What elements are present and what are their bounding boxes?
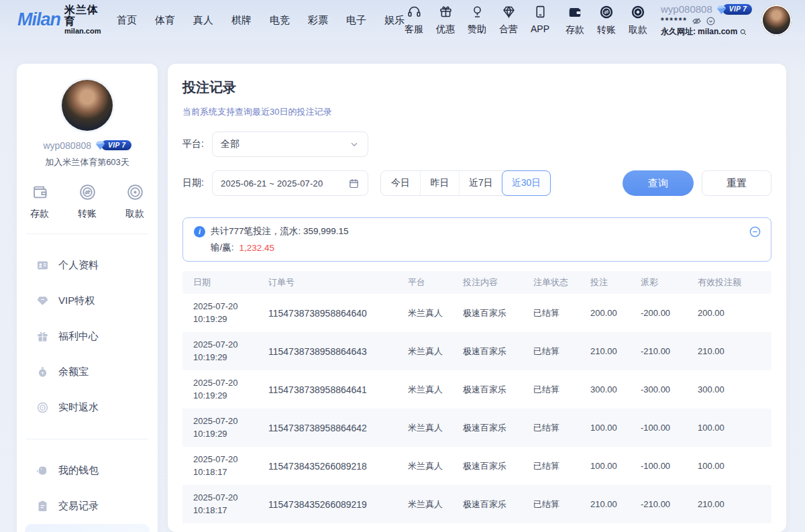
cell-content: 极速百家乐 [463, 307, 533, 319]
cell-platform: 米兰真人 [408, 422, 463, 434]
eye-off-icon[interactable] [692, 16, 702, 26]
cell-platform: 米兰真人 [408, 460, 463, 472]
sidebar-item-rebate[interactable]: 实时返水 [25, 390, 150, 425]
table-row[interactable]: 2025-07-2010:19:29 1154738738958864641 米… [182, 370, 771, 409]
profile-avatar[interactable] [62, 80, 113, 131]
cell-status: 已结算 [533, 345, 590, 358]
header-avatar[interactable] [761, 5, 792, 36]
sidebar-vip-badge[interactable]: VIP 7 [95, 140, 131, 151]
nav-item-live[interactable]: 真人 [193, 14, 213, 27]
sidebar-withdraw-button[interactable]: 取款 [125, 183, 144, 220]
rebate-circle-icon [36, 401, 49, 414]
sidebar-item-welfare[interactable]: 福利中心 [25, 319, 150, 354]
sidebar-transfer-button[interactable]: 转账 [78, 183, 97, 220]
brand-logo[interactable]: Milan 米兰体育 milan.com [17, 5, 107, 35]
sidebar-item-profile[interactable]: 个人资料 [25, 248, 150, 283]
winloss-label: 输/赢: [211, 242, 234, 254]
table-row[interactable]: 2025-07-2010:19:29 1154738738958864640 米… [182, 294, 771, 332]
promotions-button[interactable]: 优惠 [436, 5, 455, 36]
cell-status: 已结算 [533, 498, 590, 511]
customer-service-button[interactable]: 客服 [405, 5, 423, 36]
cell-date: 2025-07-20 [193, 377, 263, 390]
cell-order: 1154738738958864642 [268, 423, 408, 433]
divider [26, 233, 148, 234]
cell-time: 10:18:17 [193, 504, 263, 517]
range-today-button[interactable]: 今日 [381, 171, 420, 195]
vip-diamond-icon [716, 4, 727, 15]
withdraw-button[interactable]: 取款 [629, 5, 647, 36]
wallet-actions: 存款 转账 取款 [566, 5, 647, 36]
sidebar-item-transactions-label: 交易记录 [58, 500, 99, 513]
col-bet: 投注 [590, 276, 641, 288]
cell-time: 10:19:29 [193, 390, 263, 403]
platform-select[interactable]: 全部 [212, 131, 368, 157]
nav-item-entertainment[interactable]: 娱乐 [384, 14, 405, 27]
search-icon[interactable] [739, 28, 747, 36]
sponsor-button[interactable]: 赞助 [468, 5, 486, 36]
piggy-wallet-icon [36, 464, 49, 477]
cell-time: 10:19:29 [193, 428, 263, 441]
transfer-button[interactable]: 转账 [597, 5, 616, 36]
cell-order: 1154738738958864640 [268, 308, 408, 319]
sidebar-deposit-button[interactable]: 存款 [30, 183, 49, 220]
deposit-label: 存款 [566, 24, 584, 36]
cell-payout: -200.00 [641, 308, 698, 318]
id-card-icon [36, 259, 49, 272]
nav-item-sports[interactable]: 体育 [155, 14, 175, 27]
cell-date: 2025-07-20 [193, 415, 263, 428]
platform-label: 平台: [182, 138, 212, 150]
table-header-row: 日期 订单号 平台 投注内容 注单状态 投注 派彩 有效投注额 [182, 271, 771, 294]
app-download-button[interactable]: APP [531, 5, 549, 36]
date-range-input[interactable]: 2025-06-21 ~ 2025-07-20 [212, 170, 368, 196]
quick-range-group: 今日 昨日 近7日 近30日 [380, 170, 551, 196]
cell-bet: 100.00 [590, 461, 641, 471]
reset-button[interactable]: 重置 [702, 170, 771, 196]
search-button[interactable]: 查询 [623, 170, 694, 196]
join-days-text: 加入米兰体育第603天 [17, 156, 158, 168]
table-row[interactable]: 2025-07-2010:19:29 1154738738958864643 米… [182, 332, 771, 370]
partnership-label: 合营 [499, 23, 518, 36]
withdraw-outline-icon [126, 183, 144, 204]
sidebar-username: wyp080808 [43, 140, 91, 151]
nav-item-home[interactable]: 首页 [117, 14, 137, 27]
withdraw-circle-icon [631, 5, 645, 22]
cell-payout: -100.00 [641, 423, 698, 433]
range-30days-button[interactable]: 近30日 [502, 170, 551, 196]
refresh-balance-icon[interactable] [706, 16, 716, 26]
sidebar-item-bet-records[interactable]: 投注记录 [25, 524, 150, 532]
range-yesterday-button[interactable]: 昨日 [420, 171, 459, 195]
nav-item-esports[interactable]: 电竞 [270, 14, 290, 27]
main-nav: 首页 体育 真人 棋牌 电竞 彩票 电子 娱乐 [117, 14, 405, 27]
money-bag-icon [36, 366, 49, 378]
cell-content: 极速百家乐 [463, 384, 533, 396]
table-row[interactable]: 2025-07-2010:18:17 1154738435266089219 米… [182, 485, 771, 523]
cell-order: 1154738738958864643 [268, 346, 408, 357]
nav-item-chess[interactable]: 棋牌 [231, 14, 252, 27]
cell-bet: 210.00 [590, 499, 641, 509]
cell-content: 极速百家乐 [463, 345, 533, 358]
transfer-label: 转账 [597, 24, 616, 36]
nav-item-lottery[interactable]: 彩票 [308, 14, 328, 27]
range-7days-button[interactable]: 近7日 [459, 171, 502, 195]
cell-time: 10:19:29 [193, 313, 263, 326]
permanent-url-value: milan.com [698, 27, 737, 37]
sidebar: wyp080808 VIP 7 加入米兰体育第603天 存款 转账 取款 [17, 64, 158, 532]
sidebar-item-yuebao[interactable]: 余额宝 [25, 354, 150, 390]
chevron-down-icon [349, 139, 360, 150]
table-row[interactable]: 2025-07-2010:18:17 1154738435266089218 米… [182, 447, 771, 485]
vip-badge[interactable]: VIP 7 [716, 4, 753, 15]
partnership-button[interactable]: 合营 [499, 5, 518, 36]
sidebar-withdraw-label: 取款 [125, 208, 144, 220]
cell-platform: 米兰真人 [408, 498, 463, 511]
sidebar-item-transactions[interactable]: 交易记录 [25, 488, 150, 524]
diamond-icon [36, 295, 49, 307]
col-date: 日期 [193, 276, 268, 288]
sidebar-item-wallet[interactable]: 我的钱包 [25, 453, 150, 488]
nav-item-slots[interactable]: 电子 [346, 14, 366, 27]
cell-content: 极速百家乐 [463, 422, 533, 434]
sidebar-item-vip[interactable]: VIP特权 [25, 283, 150, 319]
table-row[interactable]: 2025-07-2010:19:29 1154738738958864642 米… [182, 409, 771, 447]
cell-platform: 米兰真人 [408, 384, 463, 396]
collapse-icon[interactable] [749, 225, 761, 238]
deposit-button[interactable]: 存款 [566, 5, 584, 36]
